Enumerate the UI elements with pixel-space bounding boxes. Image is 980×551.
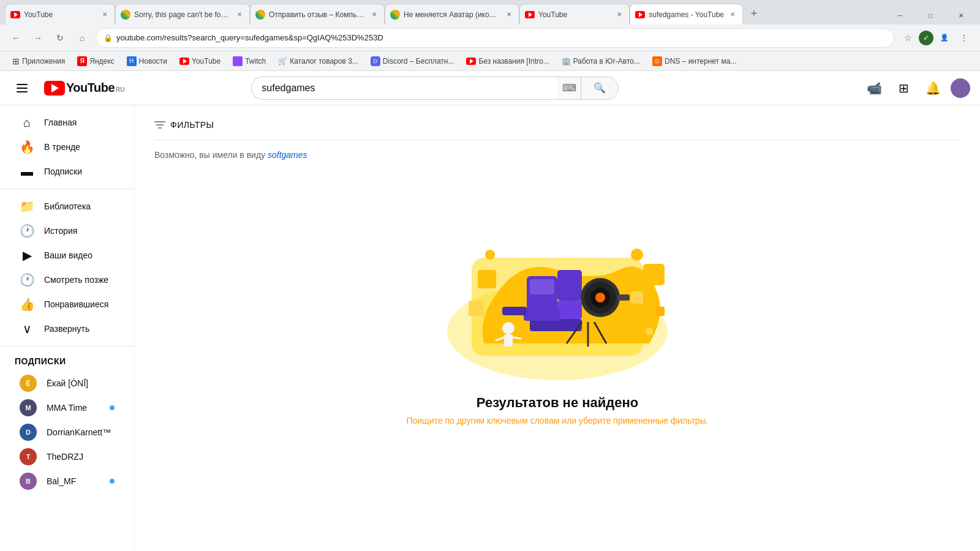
sidebar-item-expand[interactable]: ∨ Развернуть — [5, 317, 129, 341]
tab-close-2[interactable]: ✕ — [235, 10, 244, 20]
create-video-button[interactable]: 📹 — [862, 76, 887, 100]
suggestion-text: Возможно, вы имели в виду softgames — [154, 150, 960, 160]
sidebar-item-home[interactable]: ⌂ Главная — [5, 110, 129, 135]
keyboard-icon[interactable]: ⌨ — [557, 77, 581, 100]
sub-name-3: TheDRZJ — [47, 452, 115, 462]
sidebar-history-label: История — [44, 226, 77, 236]
bookmark-news-label: Новости — [139, 57, 167, 66]
subscription-item-3[interactable]: T TheDRZJ — [5, 444, 129, 469]
refresh-button[interactable]: ↻ — [51, 29, 69, 47]
sidebar-item-subscriptions[interactable]: ▬ Подписки — [5, 159, 129, 184]
youtube-logo[interactable]: YouTubeRU — [44, 81, 125, 96]
home-button[interactable]: ⌂ — [74, 29, 91, 47]
bookmark-catalog-label: Каталог товаров 3... — [290, 57, 358, 66]
sidebar-item-your-videos[interactable]: ▶ Ваши видео — [5, 243, 129, 268]
forward-button[interactable]: → — [29, 29, 47, 47]
tab-close-6[interactable]: ✕ — [728, 10, 737, 20]
svg-rect-13 — [557, 301, 582, 319]
bookmark-catalog[interactable]: 🛒 Каталог товаров 3... — [273, 56, 363, 67]
suggestion-prefix: Возможно, вы имели в виду — [154, 150, 268, 160]
tab-close-4[interactable]: ✕ — [504, 10, 514, 20]
sub-name-2: DorrianKarnett™ — [47, 427, 115, 437]
sub-avatar-2: D — [20, 424, 37, 441]
subscription-item-4[interactable]: B Bal_MF — [5, 469, 129, 493]
sidebar-item-library[interactable]: 📁 Библиотека — [5, 194, 129, 219]
tab-google-review[interactable]: Отправить отзыв – Компьютер... ✕ — [250, 4, 385, 24]
subscription-item-2[interactable]: D DorrianKarnett™ — [5, 420, 129, 444]
sidebar-item-liked[interactable]: 👍 Понравившиеся — [5, 292, 129, 317]
url-text: youtube.com/results?search_query=sufedga… — [116, 33, 886, 42]
subscription-item-0[interactable]: Ё Ёкай [ÒNĪ] — [5, 371, 129, 395]
tab-close-1[interactable]: ✕ — [100, 10, 110, 20]
bookmark-twitch[interactable]: Twitch — [228, 55, 271, 67]
bookmark-video-label: Без названия [Intro... — [478, 57, 549, 66]
tab-youtube-1[interactable]: YouTube ✕ — [5, 4, 115, 24]
youtube-logo-text: YouTube — [66, 81, 115, 95]
search-input[interactable] — [251, 77, 557, 100]
home-icon: ⌂ — [20, 115, 34, 130]
new-tab-button[interactable]: + — [745, 5, 763, 22]
user-avatar[interactable] — [951, 78, 970, 98]
sidebar-item-watch-later[interactable]: 🕐 Смотреть позже — [5, 268, 129, 292]
youtube-sidebar: ⌂ Главная 🔥 В тренде ▬ Подписки 📁 — [0, 105, 135, 551]
tab-sufedgames-active[interactable]: sufedgames - YouTube ✕ — [630, 4, 743, 24]
svg-rect-5 — [478, 270, 496, 288]
maximize-button[interactable]: □ — [916, 6, 944, 24]
tab-google-sorry[interactable]: Sorry, this page can't be found... ✕ — [115, 4, 250, 24]
tab-close-3[interactable]: ✕ — [369, 10, 379, 20]
svg-line-28 — [513, 337, 521, 339]
bookmark-dns[interactable]: D DNS – интернет ма... — [647, 55, 741, 67]
svg-rect-8 — [631, 291, 643, 304]
bookmark-youtube[interactable]: YouTube — [175, 56, 225, 67]
browser-content: YouTubeRU ⌨ 🔍 📹 ⊞ 🔔 — [0, 71, 980, 551]
back-button[interactable]: ← — [7, 29, 24, 47]
expand-icon: ∨ — [20, 321, 34, 336]
url-bar[interactable]: 🔒 youtube.com/results?search_query=sufed… — [96, 28, 894, 48]
svg-rect-9 — [655, 307, 665, 316]
bookmark-discord-label: Discord – Бесплатн... — [383, 57, 454, 66]
bookmark-yandex-label: Яндекс — [89, 57, 114, 66]
minimize-button[interactable]: ─ — [886, 6, 914, 24]
sidebar-item-trending[interactable]: 🔥 В тренде — [5, 135, 129, 159]
bookmark-discord[interactable]: D Discord – Бесплатн... — [366, 55, 459, 67]
tab-close-5[interactable]: ✕ — [614, 10, 624, 20]
tab-google-avatar[interactable]: Не меняется Аватар (иконка ... ✕ — [385, 4, 519, 24]
sidebar-library-label: Библиотека — [44, 201, 91, 211]
extension-icon-1[interactable]: ✓ — [919, 31, 933, 45]
sub-avatar-4: B — [20, 473, 37, 490]
library-icon: 📁 — [20, 199, 34, 214]
filter-icon[interactable] — [154, 121, 165, 129]
profile-icon[interactable]: 👤 — [936, 29, 953, 47]
history-icon: 🕐 — [20, 223, 34, 238]
apps-grid-button[interactable]: ⊞ — [892, 76, 916, 100]
youtube-logo-icon — [44, 81, 65, 96]
no-results-subtitle: Поищите по другим ключевым словам или уб… — [406, 416, 708, 425]
sidebar-watch-later-label: Смотреть позже — [44, 275, 108, 285]
tab-favicon-3 — [255, 10, 265, 20]
hamburger-icon — [17, 84, 28, 92]
no-results-illustration — [435, 209, 680, 380]
sidebar-trending-label: В тренде — [44, 142, 80, 152]
notifications-button[interactable]: 🔔 — [921, 76, 946, 100]
search-button[interactable]: 🔍 — [581, 77, 619, 100]
tab-title-6: sufedgames - YouTube — [649, 10, 724, 19]
bookmark-yandex[interactable]: Я Яндекс — [72, 55, 119, 67]
close-button[interactable]: ✕ — [947, 6, 975, 24]
bookmark-video[interactable]: Без названия [Intro... — [461, 56, 554, 67]
svg-point-31 — [646, 328, 653, 335]
tab-youtube-5[interactable]: YouTube ✕ — [519, 4, 630, 24]
more-options-icon[interactable]: ⋮ — [956, 29, 973, 47]
bookmark-apps[interactable]: ⊞ Приложения — [7, 55, 70, 67]
bookmark-work[interactable]: 🏢 Работа в Юг-Авто... — [557, 56, 645, 67]
sidebar-item-history[interactable]: 🕐 История — [5, 219, 129, 243]
filter-label: ФИЛЬТРЫ — [170, 120, 214, 130]
suggestion-link[interactable]: softgames — [268, 150, 307, 160]
svg-rect-23 — [524, 310, 560, 321]
menu-button[interactable] — [10, 76, 34, 100]
bookmark-news[interactable]: Н Новости — [122, 55, 172, 67]
bookmark-video-favicon — [466, 58, 476, 65]
bookmark-star-icon[interactable]: ☆ — [899, 29, 916, 47]
svg-rect-24 — [502, 307, 527, 315]
subscription-item-1[interactable]: M MMA Time — [5, 395, 129, 420]
filter-bar: ФИЛЬТРЫ — [154, 120, 960, 140]
